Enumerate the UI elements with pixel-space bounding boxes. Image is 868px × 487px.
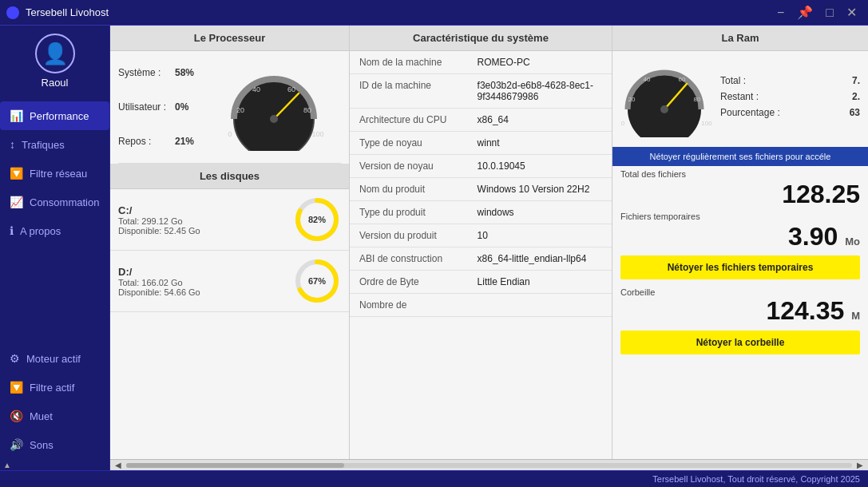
disk-d-total: Total: 166.02 Go [118,278,285,287]
sidebar-item-moteur-actif[interactable]: ⚙ Moteur actif [0,344,109,373]
sidebar-item-moteur-actif-label: Moteur actif [26,353,81,365]
main-container: 👤 Raoul 📊 Performance ↕ Trafiques 🔽 Filt… [0,26,868,470]
sys-val-8: x86_64-little_endian-llp64 [468,247,612,271]
sys-key-4: Version de noyau [350,155,468,178]
svg-text:20: 20 [628,96,636,103]
sons-icon: 🔊 [10,438,23,451]
moteur-actif-icon: ⚙ [10,352,20,365]
disk-c-info: C:/ Total: 299.12 Go Disponible: 52.45 G… [118,204,285,236]
sys-val-10 [468,294,612,317]
sys-key-5: Nom du produit [350,178,468,201]
svg-text:0: 0 [621,120,625,127]
scroll-left-button[interactable]: ◀ [113,461,123,469]
disk-d-info: D:/ Total: 166.02 Go Disponible: 54.66 G… [118,266,285,297]
sidebar-item-muet[interactable]: 🔇 Muet [0,402,109,430]
sidebar-item-muet-label: Muet [30,410,53,422]
corbeille-value: 124.35 M [612,297,868,325]
scroll-thumb[interactable] [126,463,344,468]
filtre-actif-icon: 🔽 [10,381,23,394]
svg-text:100: 100 [311,130,323,138]
content-area: Le Processeur Système : 58% Utilisateur … [110,26,868,470]
horizontal-scrollbar[interactable]: ◀ ▶ [110,459,868,470]
disk-c-percent: 82% [308,215,326,224]
svg-text:40: 40 [644,76,651,83]
sys-key-7: Version du produit [350,224,468,247]
sys-val-1: f3e03b2d-e6b8-4628-8ec1-9f3448679986 [468,74,612,109]
sidebar-item-a-propos[interactable]: ℹ A propos [0,216,109,245]
performance-icon: 📊 [10,109,23,122]
table-row: Nom du produitWindows 10 Version 22H2 [350,178,612,201]
sidebar-item-sons[interactable]: 🔊 Sons [0,430,109,459]
proc-labels: Système : 58% Utilisateur : 0% Repos : 2… [118,59,199,155]
sidebar-item-filtre-actif-label: Filtre actif [30,382,74,394]
footer-text: Tersebell Livohost, Tout droit réservé, … [652,474,860,484]
clean-temp-button[interactable]: Nétoyer les fichiers temporaires [620,255,860,279]
sys-val-0: ROMEO-PC [468,51,612,74]
consommation-icon: 📈 [10,196,23,208]
proc-system-label: Système : [118,67,170,78]
proc-gauge-area: Système : 58% Utilisateur : 0% Repos : 2… [110,51,349,163]
sys-key-8: ABI de construction [350,247,468,271]
sys-val-2: x86_64 [468,109,612,132]
fichiers-temp-item: Fichiers temporaires 3.90 Mo [612,208,868,251]
sidebar-item-performance[interactable]: 📊 Performance [0,101,109,130]
scroll-track[interactable] [126,463,852,468]
sidebar-item-consommation-label: Consommation [30,196,99,208]
proc-user-value: 0% [175,101,199,113]
scroll-right-button[interactable]: ▶ [855,461,865,469]
panels-row: Le Processeur Système : 58% Utilisateur … [110,26,868,459]
sidebar-item-trafiques[interactable]: ↕ Trafiques [0,130,109,159]
a-propos-icon: ℹ [10,224,14,237]
sys-val-5: Windows 10 Version 22H2 [468,178,612,201]
proc-repos-value: 21% [175,136,199,147]
disk-d-avail: Disponible: 54.66 Go [118,287,285,297]
disk-item-c: C:/ Total: 299.12 Go Disponible: 52.45 G… [110,189,349,251]
sidebar-item-filtre-reseau-label: Filtre réseau [30,168,87,180]
table-row: Type du produitwindows [350,201,612,224]
ram-total-label: Total : [720,75,746,86]
sidebar-item-a-propos-label: A propos [20,225,61,237]
filtre-reseau-icon: 🔽 [10,167,23,180]
table-row: Version du produit10 [350,224,612,247]
ram-stats: Total : 7. Restant : 2. Pourcentage : 63 [712,75,868,123]
fichiers-temp-label: Fichiers temporaires [620,212,860,221]
table-row: Architecture du CPUx86_64 [350,109,612,132]
sys-key-0: Nom de la machine [350,51,468,74]
sidebar-item-filtre-reseau[interactable]: 🔽 Filtre réseau [0,159,109,188]
disk-c-drive: C:/ [118,204,285,216]
muet-icon: 🔇 [10,410,23,422]
close-button[interactable]: ✕ [842,3,862,22]
sidebar-scroll-up[interactable]: ▲ [3,461,11,469]
maximize-button[interactable]: □ [821,3,838,22]
app-title: Tersebell Livohost [26,6,109,18]
user-icon: 👤 [42,42,68,66]
svg-text:40: 40 [252,85,260,93]
panel-ram: La Ram 0 20 40 60 80 100 [612,26,868,459]
ram-total-value: 7. [852,75,860,86]
clean-corbeille-button[interactable]: Nétoyer la corbeille [620,331,860,354]
proc-system-value: 58% [175,67,199,78]
sidebar-item-consommation[interactable]: 📈 Consommation [0,188,109,216]
sys-val-4: 10.0.19045 [468,155,612,178]
ram-restant-label: Restant : [720,91,759,102]
svg-point-22 [660,105,668,113]
sys-key-10: Nombre de [350,294,468,317]
proc-gauge-wrapper: 0 20 40 60 80 100 [222,63,326,151]
trafiques-icon: ↕ [10,138,15,151]
disques-header: Les disques [110,164,349,189]
sidebar-item-filtre-actif[interactable]: 🔽 Filtre actif [0,373,109,402]
sys-key-2: Architecture du CPU [350,109,468,132]
systeme-header: Caractéristique du système [350,26,612,51]
sidebar-item-performance-label: Performance [30,110,89,122]
disk-d-donut: 67% [293,257,341,305]
panel-systeme: Caractéristique du système Nom de la mac… [350,26,612,459]
sidebar-item-trafiques-label: Trafiques [22,139,65,151]
footer: Tersebell Livohost, Tout droit réservé, … [0,470,868,487]
pin-button[interactable]: 📌 [792,3,818,22]
minimize-button[interactable]: − [772,3,789,22]
svg-text:80: 80 [694,96,701,103]
disk-item-d: D:/ Total: 166.02 Go Disponible: 54.66 G… [110,251,349,312]
ram-header: La Ram [612,26,868,51]
sys-val-7: 10 [468,224,612,247]
title-bar-left: Tersebell Livohost [6,6,109,19]
